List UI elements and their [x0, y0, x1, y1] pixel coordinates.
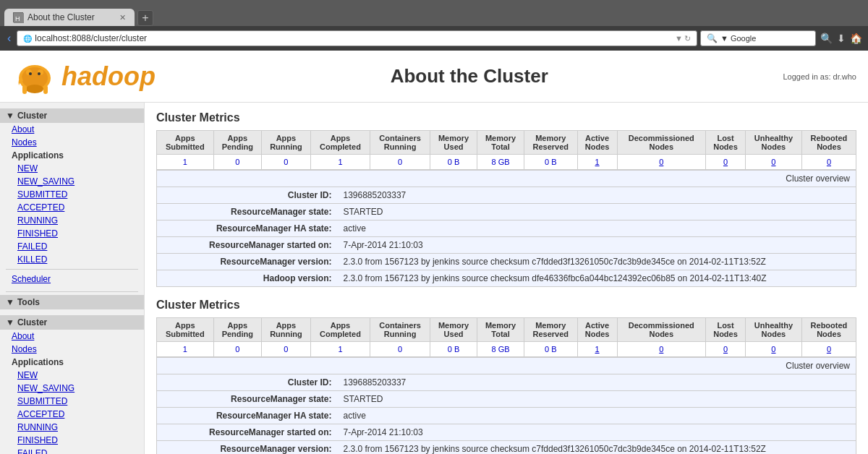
sidebar-item-nodes-2[interactable]: Nodes [0, 343, 144, 356]
back-button[interactable]: ‹ [4, 30, 14, 46]
sidebar-item-nodes-1[interactable]: Nodes [0, 136, 144, 149]
val-unhealthy-nodes-1[interactable]: 0 [745, 155, 801, 170]
rm-version-label-1: ResourceManager version: [157, 254, 338, 270]
val-rebooted-nodes-1[interactable]: 0 [801, 155, 856, 170]
val-rebooted-nodes-2[interactable]: 0 [801, 342, 856, 357]
cluster-metrics-block-2: Cluster Metrics AppsSubmitted AppsPendin… [156, 299, 856, 454]
cluster-overview-header-2: Cluster overview [157, 358, 856, 374]
val-memory-total-2: 8 GB [477, 342, 524, 357]
sidebar-divider-1 [6, 269, 138, 270]
rm-ha-label-1: ResourceManager HA state: [157, 220, 338, 237]
search-bar[interactable]: 🔍 ▼ Google [700, 30, 816, 46]
sidebar-cluster-section-1: ▼ Cluster About Nodes Applications NEW N… [0, 108, 144, 286]
sidebar-item-new-saving-2[interactable]: NEW_SAVING [0, 382, 144, 395]
info-table-2: Cluster overview Cluster ID: 13968852033… [156, 357, 856, 454]
active-tab[interactable]: H About the Cluster ✕ [4, 9, 135, 26]
browser-icons: 🔍 ⬇ 🏠 [819, 31, 864, 46]
val-memory-used-2: 0 B [430, 342, 477, 357]
col-memory-total-1: MemoryTotal [477, 131, 524, 155]
val-lost-nodes-2[interactable]: 0 [706, 342, 746, 357]
val-active-nodes-1[interactable]: 1 [577, 155, 617, 170]
val-decommissioned-nodes-2[interactable]: 0 [617, 342, 706, 357]
logged-in-info: Logged in as: dr.who [783, 72, 856, 81]
sidebar-item-new-saving-1[interactable]: NEW_SAVING [0, 175, 144, 188]
sidebar-item-running-1[interactable]: RUNNING [0, 214, 144, 227]
sidebar-item-new-2[interactable]: NEW [0, 369, 144, 382]
rm-state-value-1: STARTED [338, 204, 856, 220]
val-apps-completed-1: 1 [310, 155, 370, 170]
val-apps-running-2: 0 [262, 342, 311, 357]
sidebar-item-finished-1[interactable]: FINISHED [0, 227, 144, 240]
rm-state-value-2: STARTED [338, 391, 856, 408]
val-active-nodes-2[interactable]: 1 [577, 342, 617, 357]
val-apps-submitted-1: 1 [157, 155, 214, 170]
val-containers-running-1: 0 [370, 155, 430, 170]
sidebar-item-killed-1[interactable]: KILLED [0, 253, 144, 266]
address-lock-icon: 🌐 [23, 35, 32, 43]
col-memory-used-1: MemoryUsed [430, 131, 477, 155]
page-title: About the Cluster [391, 65, 548, 87]
col-apps-completed-1: AppsCompleted [310, 131, 370, 155]
address-bar-row: ‹ 🌐 localhost:8088/cluster/cluster ▼ ↻ 🔍… [0, 26, 868, 51]
val-unhealthy-nodes-2[interactable]: 0 [745, 342, 801, 357]
home-icon[interactable]: 🏠 [848, 31, 864, 46]
sidebar-item-scheduler-1[interactable]: Scheduler [0, 273, 144, 286]
rm-ha-label-2: ResourceManager HA state: [157, 408, 338, 424]
col-containers-running-1: ContainersRunning [370, 131, 430, 155]
val-apps-pending-2: 0 [213, 342, 261, 357]
tab-favicon: H [13, 12, 23, 22]
address-bar[interactable]: 🌐 localhost:8088/cluster/cluster ▼ ↻ [17, 30, 697, 46]
search-engine-label: ▼ Google [720, 34, 756, 43]
cluster-metrics-block-1: Cluster Metrics AppsSubmitted AppsPendin… [156, 111, 856, 287]
svg-point-6 [26, 85, 43, 93]
sidebar-item-about-1[interactable]: About [0, 123, 144, 136]
metrics-table-1: AppsSubmitted AppsPending AppsRunning Ap… [156, 130, 856, 170]
sidebar-item-submitted-2[interactable]: SUBMITTED [0, 395, 144, 408]
sidebar: ▼ Cluster About Nodes Applications NEW N… [0, 103, 145, 454]
cluster-metrics-title-2: Cluster Metrics [156, 299, 856, 312]
sidebar-item-accepted-2[interactable]: ACCEPTED [0, 408, 144, 421]
cluster-id-label-1: Cluster ID: [157, 187, 338, 204]
sidebar-tools-header[interactable]: ▼ Tools [0, 295, 144, 309]
col-lost-nodes-1: LostNodes [706, 131, 746, 155]
val-memory-used-1: 0 B [430, 155, 477, 170]
svg-point-9 [29, 72, 32, 75]
page: hadoop About the Cluster Logged in as: d… [0, 51, 868, 454]
val-memory-reserved-2: 0 B [524, 342, 577, 357]
sidebar-item-submitted-1[interactable]: SUBMITTED [0, 188, 144, 201]
col-memory-reserved-1: MemoryReserved [524, 131, 577, 155]
val-lost-nodes-1[interactable]: 0 [706, 155, 746, 170]
sidebar-cluster-header-2[interactable]: ▼ Cluster [0, 315, 144, 330]
sidebar-item-finished-2[interactable]: FINISHED [0, 434, 144, 447]
rm-started-value-2: 7-Apr-2014 21:10:03 [338, 424, 856, 441]
rm-started-label-2: ResourceManager started on: [157, 424, 338, 441]
sidebar-item-about-2[interactable]: About [0, 330, 144, 343]
sidebar-item-failed-2[interactable]: FAILED [0, 447, 144, 454]
address-dropdown-btn[interactable]: ▼ [675, 34, 683, 43]
col-decommissioned-nodes-2: DecommissionedNodes [617, 318, 706, 342]
val-decommissioned-nodes-1[interactable]: 0 [617, 155, 706, 170]
col-apps-submitted-2: AppsSubmitted [157, 318, 214, 342]
sidebar-item-new-1[interactable]: NEW [0, 162, 144, 175]
sidebar-arrow-icon-1: ▼ [6, 111, 14, 121]
svg-rect-8 [43, 85, 48, 94]
sidebar-applications-label-2: Applications [0, 356, 144, 369]
address-refresh-btn[interactable]: ↻ [684, 34, 691, 43]
address-text: localhost:8088/cluster/cluster [35, 33, 672, 43]
sidebar-cluster-header-1[interactable]: ▼ Cluster [0, 108, 144, 123]
search-icon[interactable]: 🔍 [819, 31, 834, 46]
col-decommissioned-nodes-1: DecommissionedNodes [617, 131, 706, 155]
val-apps-completed-2: 1 [310, 342, 370, 357]
sidebar-item-failed-1[interactable]: FAILED [0, 240, 144, 253]
new-tab-button[interactable]: + [137, 10, 153, 26]
col-apps-running-2: AppsRunning [262, 318, 311, 342]
svg-rect-7 [22, 85, 27, 94]
rm-version-label-2: ResourceManager version: [157, 441, 338, 455]
col-rebooted-nodes-1: RebootedNodes [801, 131, 856, 155]
svg-text:H: H [15, 15, 20, 22]
val-apps-pending-1: 0 [213, 155, 261, 170]
sidebar-item-running-2[interactable]: RUNNING [0, 421, 144, 434]
download-icon[interactable]: ⬇ [835, 31, 847, 46]
sidebar-item-accepted-1[interactable]: ACCEPTED [0, 201, 144, 214]
tab-close-button[interactable]: ✕ [119, 13, 126, 22]
